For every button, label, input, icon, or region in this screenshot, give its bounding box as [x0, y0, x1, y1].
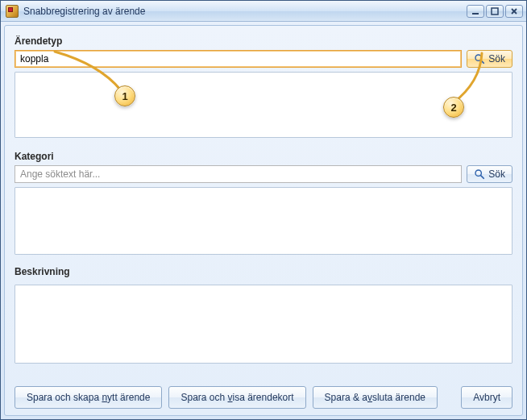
- button-text: Avbryt: [473, 392, 500, 403]
- minimize-button[interactable]: [467, 5, 484, 18]
- svg-line-3: [481, 60, 484, 64]
- app-icon: [6, 5, 19, 18]
- button-text: Spara och skapa nytt ärende: [27, 392, 150, 403]
- arendetyp-input[interactable]: [15, 50, 462, 68]
- save-and-close-button[interactable]: Spara & avsluta ärende: [313, 386, 438, 409]
- save-and-view-button[interactable]: Spara och visa ärendekort: [168, 386, 305, 409]
- button-text: Spara och visa ärendekort: [181, 392, 293, 403]
- svg-rect-1: [492, 8, 498, 15]
- arendetyp-search-button[interactable]: Sök: [467, 50, 512, 68]
- beskrivning-label: Beskrivning: [15, 266, 512, 277]
- maximize-button[interactable]: [486, 5, 504, 18]
- kategori-search-label: Sök: [488, 168, 505, 180]
- search-icon: [474, 168, 485, 180]
- maximize-icon: [491, 7, 499, 15]
- close-icon: [510, 7, 518, 15]
- titlebar: Snabbregistrering av ärende: [1, 1, 526, 22]
- save-and-new-button[interactable]: Spara och skapa nytt ärende: [15, 386, 162, 409]
- kategori-input[interactable]: [15, 165, 462, 183]
- close-button[interactable]: [505, 5, 523, 18]
- kategori-search-button[interactable]: Sök: [467, 165, 512, 183]
- beskrivning-textarea[interactable]: [15, 285, 512, 364]
- button-text: Spara & avsluta ärende: [325, 392, 425, 403]
- kategori-label: Kategori: [15, 151, 512, 162]
- cancel-button[interactable]: Avbryt: [461, 386, 512, 409]
- svg-line-5: [481, 176, 484, 179]
- arendetyp-label: Ärendetyp: [15, 35, 512, 47]
- kategori-results[interactable]: [15, 187, 512, 255]
- arendetyp-search-label: Sök: [488, 53, 505, 64]
- search-icon: [474, 53, 485, 64]
- window-frame: Snabbregistrering av ärende Ärendetyp: [0, 0, 527, 420]
- arendetyp-results[interactable]: [15, 72, 512, 138]
- minimize-icon: [471, 7, 479, 15]
- client-area: Ärendetyp Sök Kategori Sök: [4, 25, 523, 416]
- window-title: Snabbregistrering av ärende: [23, 6, 462, 17]
- svg-rect-0: [472, 13, 479, 15]
